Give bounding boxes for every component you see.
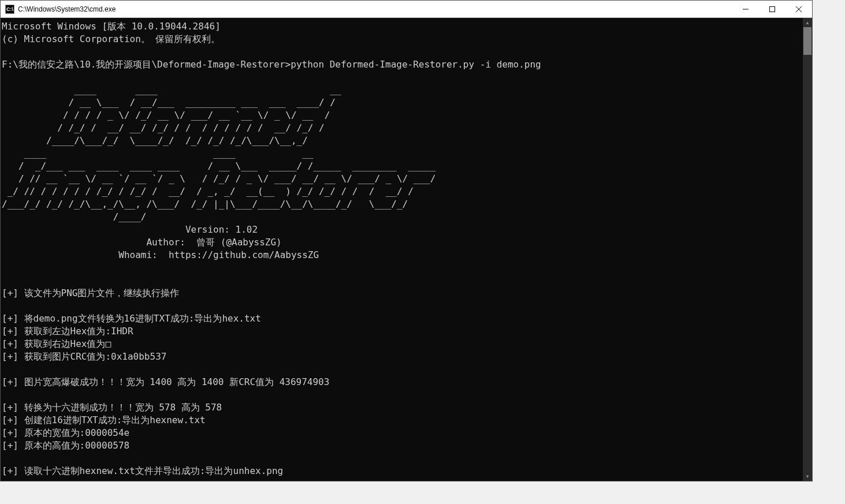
terminal-output[interactable]: Microsoft Windows [版本 10.0.19044.2846] (…: [1, 18, 803, 481]
info-author: Author: 曾哥 (@AabyssZG): [2, 237, 282, 248]
ascii-art-line: / // __ `__ \/ __ `/ __ `/ _ \ / /_/ / _…: [2, 173, 435, 184]
ascii-art-line: ____ ____ __: [2, 148, 313, 159]
maximize-icon: [769, 6, 775, 12]
ascii-art-line: / __ \___ / __/___ _________ ___ ___ ___…: [2, 97, 336, 108]
info-version: Version: 1.02: [2, 224, 258, 235]
scroll-up-arrow-icon[interactable]: ▲: [803, 18, 812, 27]
ascii-art-line: / _/___ ___ ____ ____ ____ / __ \___ ___…: [2, 160, 435, 171]
prompt-path: F:\我的信安之路\10.我的开源项目\Deformed-Image-Resto…: [2, 59, 291, 70]
output-line: [+] 获取到图片CRC值为:0x1a0bb537: [2, 351, 166, 362]
header-line: Microsoft Windows [版本 10.0.19044.2846]: [2, 21, 221, 32]
window-controls: [732, 1, 812, 17]
header-line: (c) Microsoft Corporation。 保留所有权利。: [2, 33, 220, 44]
output-line: [+] 原本的高值为:00000578: [2, 440, 129, 451]
cmd-icon: C:\: [5, 5, 14, 14]
cmd-window: C:\ C:\Windows\System32\cmd.exe Microsof…: [0, 0, 813, 481]
ascii-art-line: /____/\___/_/ \____/_/ /_/ /_/ /_/\___/\…: [2, 135, 308, 146]
ascii-art-line: _/ // / / / / / /_/ / /_/ / __/ / _, _/ …: [2, 186, 414, 197]
svg-rect-1: [770, 6, 775, 12]
output-line: [+] 获取到左边Hex值为:IHDR: [2, 326, 133, 337]
minimize-icon: [743, 6, 749, 12]
output-line: [+] 读取十六进制hexnew.txt文件并导出成功:导出为unhex.png: [2, 465, 283, 476]
maximize-button[interactable]: [759, 1, 786, 17]
vertical-scrollbar[interactable]: ▲ ▼: [803, 18, 812, 481]
ascii-art-line: / /_/ / __/ __/ /_/ / / / / / / / / __/ …: [2, 122, 325, 133]
output-line: [+] 转换为十六进制成功！！！宽为 578 高为 578: [2, 402, 222, 413]
ascii-art-line: / / / / _ \/ /_/ __ \/ ___/ __ `__ \/ _ …: [2, 110, 330, 121]
titlebar[interactable]: C:\ C:\Windows\System32\cmd.exe: [1, 1, 812, 18]
output-line: [+] 原本的宽值为:0000054e: [2, 427, 129, 438]
close-button[interactable]: [786, 1, 812, 17]
ascii-art-line: ____ ____ __: [2, 84, 341, 95]
ascii-art-line: /___/_/ /_/ /_/\__,_/\__, /\___/ /_/ |_|…: [2, 199, 408, 210]
ascii-art-line: /____/: [2, 211, 146, 222]
output-line: [+] 将demo.png文件转换为16进制TXT成功:导出为hex.txt: [2, 313, 261, 324]
close-icon: [796, 6, 802, 12]
minimize-button[interactable]: [732, 1, 759, 17]
output-line: [+] 获取到右边Hex值为□: [2, 338, 111, 349]
scroll-down-arrow-icon[interactable]: ▼: [803, 472, 812, 481]
window-title: C:\Windows\System32\cmd.exe: [18, 5, 732, 13]
scroll-thumb[interactable]: [803, 27, 812, 55]
command-text: python Deformed-Image-Restorer.py -i dem…: [291, 59, 541, 70]
info-whoami: Whoami: https://github.com/AabyssZG: [2, 249, 319, 260]
output-line: [+] 创建信16进制TXT成功:导出为hexnew.txt: [2, 415, 206, 425]
output-line: [+] 该文件为PNG图片文件，继续执行操作: [2, 288, 179, 298]
output-line: [+] 图片宽高爆破成功！！！宽为 1400 高为 1400 新CRC值为 43…: [2, 376, 329, 387]
